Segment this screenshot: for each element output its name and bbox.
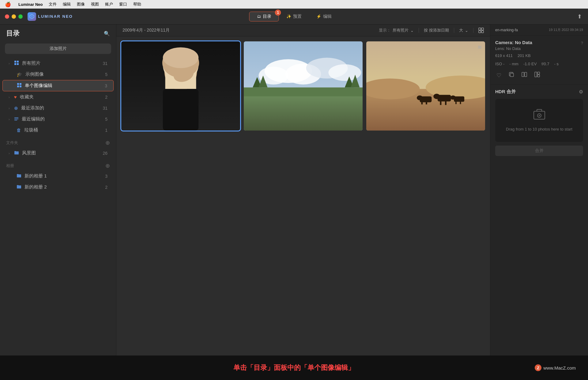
svg-point-59 [539, 115, 540, 116]
menu-edit[interactable]: 编辑 [63, 2, 71, 7]
apple-icon[interactable]: 🍎 [5, 2, 11, 7]
menu-app-name[interactable]: Luminar Neo [18, 2, 43, 7]
svg-point-45 [433, 94, 440, 99]
display-label: 显示： [379, 28, 391, 33]
main-layout: 目录 🔍 添加照片 › 所有照片 [0, 25, 588, 355]
sidebar-item-label: 垃圾桶 [24, 127, 38, 133]
meta-dimensions: 619 x 411 201 KB [495, 53, 583, 58]
sidebar-item-favorites[interactable]: › ♥ 收藏夹 2 [2, 92, 114, 102]
photo-grid: ≋ [116, 36, 490, 355]
svg-rect-8 [17, 86, 19, 87]
traffic-lights [5, 14, 23, 19]
copy-button[interactable] [507, 70, 515, 80]
tab-edit-label: 编辑 [323, 14, 332, 19]
svg-rect-51 [510, 73, 514, 77]
search-icon[interactable]: 🔍 [104, 31, 110, 36]
menu-image[interactable]: 图像 [77, 2, 85, 7]
photo-thumbnail[interactable] [121, 41, 240, 131]
display-value: 所有照片 [393, 28, 409, 33]
sidebar-item-trash[interactable]: 🗑 垃圾桶 1 [2, 125, 114, 135]
sidebar-item-sample-images[interactable]: 🎓 示例图像 5 [2, 69, 114, 80]
size-control[interactable]: 大 ⌄ [459, 28, 468, 33]
hdr-title: HDR 合并 [495, 89, 516, 95]
sidebar-item-recently-edited[interactable]: › 最近编辑的 5 [2, 114, 114, 124]
sidebar-item-landscapes[interactable]: › 风景图 26 [2, 148, 114, 158]
svg-rect-6 [17, 83, 19, 85]
single-edit-icon [17, 83, 22, 89]
iso-value: ISO - [495, 62, 504, 66]
right-panel: en-marking-fa 19 11月 2022 09:34:19 Camer… [490, 25, 588, 355]
favorite-button[interactable]: ♡ [495, 71, 503, 80]
add-album-button[interactable]: ⊕ [105, 162, 110, 169]
svg-rect-4 [14, 63, 16, 65]
svg-rect-53 [525, 72, 527, 77]
svg-rect-43 [440, 101, 442, 105]
sidebar-item-single-edit[interactable]: 单个图像编辑 3 [2, 80, 114, 91]
svg-rect-27 [244, 95, 363, 131]
albums-section-label: 相册 ⊕ [0, 159, 116, 170]
svg-rect-7 [20, 83, 21, 85]
tab-presets[interactable]: ✨ 预置 [279, 12, 309, 21]
chevron-icon: › [9, 117, 10, 121]
sidebar-item-count: 26 [103, 151, 107, 156]
date-range: 2009年4月 - 2022年11月 [123, 28, 170, 33]
catalog-tab-icon: 🗂 [257, 14, 261, 19]
sidebar-item-label: 所有照片 [22, 60, 40, 66]
favorites-icon: ♥ [14, 94, 17, 100]
fullscreen-button[interactable] [18, 14, 23, 19]
hdr-drop-zone[interactable]: Drag from 1 to 10 photos here to start [495, 99, 583, 142]
tab-presets-label: 预置 [293, 14, 302, 19]
sidebar-item-label: 单个图像编辑 [25, 83, 52, 89]
mac-menubar: 🍎 Luminar Neo 文件 编辑 图像 视图 账户 窗口 帮助 [0, 0, 588, 9]
sidebar-item-count: 3 [105, 174, 107, 179]
photo-thumbnail[interactable] [244, 41, 363, 131]
compare-button[interactable] [520, 70, 528, 80]
photo-thumbnail[interactable]: ≋ [366, 41, 485, 131]
svg-rect-13 [479, 28, 481, 30]
sidebar-item-label: 最近编辑的 [22, 116, 45, 122]
toolbar-separator [419, 28, 419, 33]
camera-help-icon[interactable]: ? [581, 41, 583, 45]
svg-rect-14 [481, 28, 484, 30]
menu-window[interactable]: 窗口 [119, 2, 127, 7]
add-photos-button[interactable]: 添加照片 [5, 44, 111, 54]
hdr-settings-button[interactable]: ⚙ [579, 89, 583, 95]
menu-view[interactable]: 视图 [91, 2, 99, 7]
close-button[interactable] [5, 14, 9, 19]
toolbar-separator [454, 28, 454, 33]
display-chevron-icon: ⌄ [410, 28, 414, 33]
menu-file[interactable]: 文件 [49, 2, 57, 7]
app-logo-text: LUMINAR NEO [38, 14, 73, 19]
filesize-value: 201 KB [518, 53, 531, 58]
sidebar-nav: › 所有照片 31 🎓 [0, 58, 116, 355]
albums-label: 相册 [6, 163, 14, 169]
sidebar-item-album1[interactable]: 新的相册 1 3 [2, 171, 114, 181]
display-control[interactable]: 显示： 所有照片 ⌄ [379, 28, 414, 33]
meta-actions: ♡ [495, 70, 583, 80]
menu-help[interactable]: 帮助 [133, 2, 141, 7]
folders-section-label: 文件夹 ⊕ [0, 136, 116, 147]
sample-images-icon: 🎓 [17, 72, 22, 77]
sidebar-item-album2[interactable]: 新的相册 2 2 [2, 182, 114, 192]
share-button[interactable]: ⬆ [577, 13, 582, 20]
sidebar-item-label: 收藏夹 [20, 94, 34, 100]
svg-rect-5 [17, 63, 19, 65]
minimize-button[interactable] [12, 14, 16, 19]
tab-edit[interactable]: ⚡ 编辑 [309, 12, 339, 21]
layout-button[interactable] [533, 70, 541, 80]
sort-control[interactable]: 按 按添加日期 [424, 28, 449, 33]
dimensions-value: 619 x 411 [495, 53, 513, 58]
app-logo-icon [28, 12, 36, 21]
svg-rect-9 [20, 86, 21, 87]
add-folder-button[interactable]: ⊕ [105, 139, 110, 146]
chevron-icon: › [9, 62, 10, 65]
sidebar-item-recently-added[interactable]: › ⊕ 最近添加的 31 [2, 103, 114, 113]
meta-body: Camera: No Data ? Lens: No Data 619 x 41… [490, 36, 588, 85]
grid-toggle[interactable] [478, 28, 484, 33]
hdr-merge-button[interactable]: 合并 [495, 146, 583, 156]
tab-catalog[interactable]: 🗂 目录 1 [249, 12, 279, 21]
folders-label: 文件夹 [6, 140, 18, 146]
menu-account[interactable]: 账户 [105, 2, 113, 7]
sidebar-item-all-photos[interactable]: › 所有照片 31 [2, 58, 114, 69]
trash-icon: 🗑 [17, 127, 21, 133]
